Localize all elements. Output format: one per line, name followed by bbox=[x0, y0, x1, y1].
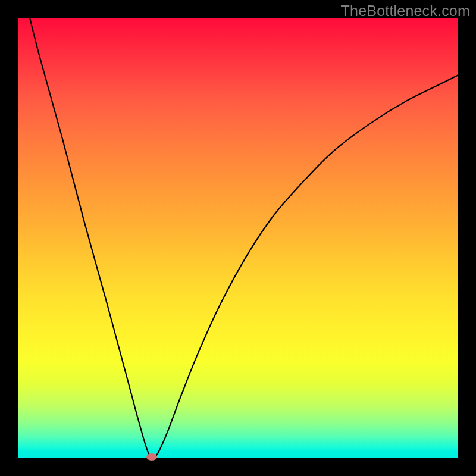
chart-frame: TheBottleneck.com bbox=[0, 0, 476, 476]
watermark-text: TheBottleneck.com bbox=[341, 2, 470, 20]
minimum-marker bbox=[146, 453, 157, 461]
plot-area bbox=[18, 18, 458, 458]
curve-line bbox=[18, 18, 458, 458]
